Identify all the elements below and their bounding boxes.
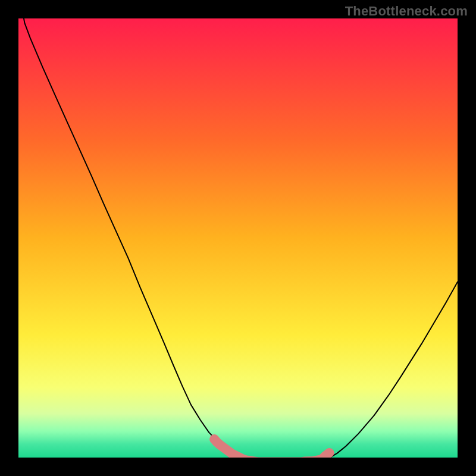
outer-frame: TheBottleneck.com	[0, 0, 476, 476]
watermark-text: TheBottleneck.com	[345, 4, 468, 19]
background-gradient	[18, 18, 458, 458]
plot-area	[18, 18, 458, 458]
